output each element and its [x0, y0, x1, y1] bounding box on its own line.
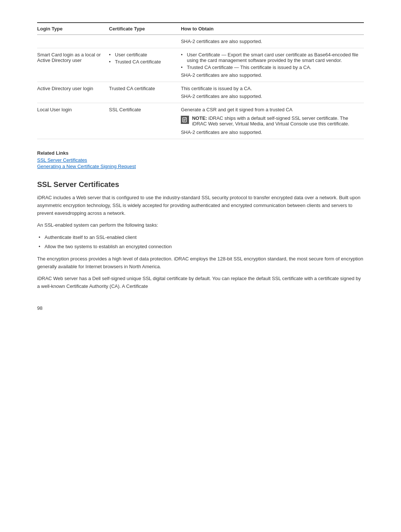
certificate-table-wrapper: Login Type Certificate Type How to Obtai…: [37, 22, 364, 139]
table-row: Active Directory user login Trusted CA c…: [37, 82, 364, 103]
list-item: User certificate: [109, 52, 177, 58]
sha2-text: SHA-2 certificates are also supported.: [181, 39, 262, 44]
ssl-paragraph-2: An SSL-enabled system can perform the fo…: [37, 221, 364, 229]
list-item: Trusted CA certificate — This certificat…: [181, 65, 364, 70]
sha2-note: SHA-2 certificates are also supported.: [181, 129, 364, 135]
login-type-text: Local User login: [37, 107, 72, 112]
login-type-cell: Local User login: [37, 103, 109, 139]
ssl-section-heading: SSL Server Certificates: [37, 180, 364, 189]
ssl-paragraph-1: iDRAC includes a Web server that is conf…: [37, 194, 364, 217]
ssl-paragraph-4: iDRAC Web server has a Dell self-signed …: [37, 275, 364, 290]
list-item: Allow the two systems to establish an en…: [37, 243, 364, 251]
cert-type-cell: [109, 35, 181, 48]
cert-type-list: User certificate Trusted CA certificate: [109, 52, 177, 65]
how-to-obtain-cell: Generate a CSR and get it signed from a …: [181, 103, 364, 139]
sha2-note: SHA-2 certificates are also supported.: [181, 93, 364, 99]
table-row: Local User login SSL Certificate Generat…: [37, 103, 364, 139]
login-type-cell: Smart Card login as a local or Active Di…: [37, 48, 109, 82]
generating-csr-link[interactable]: Generating a New Certificate Signing Req…: [37, 164, 364, 169]
cert-type-text: SSL Certificate: [109, 107, 141, 112]
how-to-obtain-cell: User Certificate — Export the smart card…: [181, 48, 364, 82]
header-cert-type: Certificate Type: [109, 23, 181, 35]
ssl-section: SSL Server Certificates iDRAC includes a…: [37, 180, 364, 290]
list-item: Authenticate itself to an SSL-enabled cl…: [37, 234, 364, 242]
login-type-text: Smart Card login as a local or Active Di…: [37, 52, 101, 63]
table-row: SHA-2 certificates are also supported.: [37, 35, 364, 48]
ssl-tasks-list: Authenticate itself to an SSL-enabled cl…: [37, 234, 364, 251]
header-how-to-obtain: How to Obtain: [181, 23, 364, 35]
certificate-table: Login Type Certificate Type How to Obtai…: [37, 22, 364, 139]
login-type-cell: [37, 35, 109, 48]
how-to-obtain-cell: SHA-2 certificates are also supported.: [181, 35, 364, 48]
note-label: NOTE:: [192, 115, 207, 121]
related-links-section: Related Links SSL Server Certificates Ge…: [37, 150, 364, 169]
how-to-obtain-text: Generate a CSR and get it signed from a …: [181, 107, 364, 112]
related-links-title: Related Links: [37, 150, 364, 156]
table-row: Smart Card login as a local or Active Di…: [37, 48, 364, 82]
how-to-obtain-text: This certificate is issued by a CA.: [181, 86, 252, 91]
cert-type-cell: SSL Certificate: [109, 103, 181, 139]
how-to-obtain-cell: This certificate is issued by a CA. SHA-…: [181, 82, 364, 103]
header-login-type: Login Type: [37, 23, 109, 35]
sha2-note: SHA-2 certificates are also supported.: [181, 72, 364, 78]
page-number: 98: [37, 305, 364, 311]
login-type-cell: Active Directory user login: [37, 82, 109, 103]
how-bullets-list: User Certificate — Export the smart card…: [181, 52, 364, 70]
ssl-server-certificates-link[interactable]: SSL Server Certificates: [37, 157, 364, 163]
list-item: Trusted CA certificate: [109, 59, 177, 65]
ssl-paragraph-3: The encryption process provides a high l…: [37, 255, 364, 271]
list-item: User Certificate — Export the smart card…: [181, 52, 364, 63]
note-text: NOTE: iDRAC ships with a default self-si…: [192, 115, 364, 127]
cert-type-cell: Trusted CA certificate: [109, 82, 181, 103]
note-box: NOTE: iDRAC ships with a default self-si…: [181, 115, 364, 127]
login-type-text: Active Directory user login: [37, 86, 93, 91]
cert-type-cell: User certificate Trusted CA certificate: [109, 48, 181, 82]
cert-type-text: Trusted CA certificate: [109, 86, 155, 91]
note-icon: [181, 116, 189, 124]
